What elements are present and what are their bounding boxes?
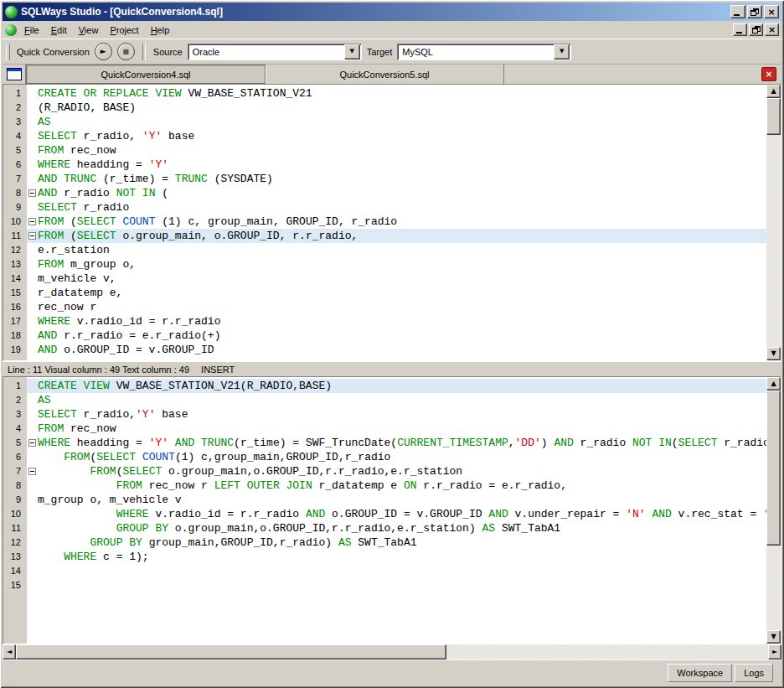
fold-margin bbox=[27, 550, 38, 564]
code-line[interactable]: e.r_station bbox=[27, 243, 766, 257]
code-line[interactable]: AND TRUNC (r_time) = TRUNC (SYSDATE) bbox=[27, 172, 766, 186]
run-conversion-button[interactable]: ► bbox=[95, 43, 112, 60]
code-line[interactable]: r_datatemp e, bbox=[27, 286, 766, 300]
menu-items: FileEditViewProjectHelp bbox=[18, 23, 175, 37]
code-line[interactable]: SELECT r_radio bbox=[27, 200, 766, 215]
code-line[interactable]: SELECT r_radio, 'Y' base bbox=[27, 129, 766, 143]
menu-item-file[interactable]: File bbox=[18, 23, 45, 37]
code-text: WHERE headding = 'Y' bbox=[38, 158, 168, 172]
child-close-button[interactable]: × bbox=[765, 23, 779, 36]
code-line[interactable]: AND r.r_radio = e.r_radio(+) bbox=[27, 328, 766, 343]
code-line[interactable]: SELECT r_radio,'Y' base bbox=[27, 407, 766, 422]
window-list-button[interactable] bbox=[3, 65, 26, 84]
app-icon bbox=[5, 6, 18, 18]
close-button[interactable]: × bbox=[764, 5, 779, 18]
scroll-down-button[interactable]: ▼ bbox=[766, 630, 781, 644]
code-line[interactable]: FROM rec_now r LEFT OUTER JOIN r_datatem… bbox=[27, 478, 766, 493]
scroll-right-button[interactable]: ► bbox=[768, 644, 781, 660]
code-text: CREATE VIEW VW_BASE_STATION_V21(R_RADIO,… bbox=[38, 379, 332, 393]
scroll-left-button[interactable]: ◄ bbox=[3, 644, 16, 660]
target-code-area[interactable]: CREATE VIEW VW_BASE_STATION_V21(R_RADIO,… bbox=[27, 377, 766, 644]
target-dropdown-button[interactable]: ▼ bbox=[554, 44, 570, 59]
source-dropdown-button[interactable]: ▼ bbox=[344, 44, 360, 59]
toolbar-separator bbox=[142, 44, 146, 60]
code-line[interactable]: FROM rec_now bbox=[27, 422, 766, 436]
menu-item-project[interactable]: Project bbox=[104, 23, 144, 37]
code-line[interactable]: FROM (SELECT COUNT (1) c, group_main, GR… bbox=[27, 215, 766, 229]
code-line[interactable]: m_vehicle v, bbox=[27, 272, 766, 286]
scroll-down-button[interactable]: ▼ bbox=[766, 347, 781, 360]
fold-margin bbox=[27, 407, 38, 422]
code-text: FROM(SELECT o.group_main,o.GROUP_ID,r.r_… bbox=[38, 464, 462, 478]
target-combobox[interactable]: MySQL ▼ bbox=[397, 44, 571, 60]
fold-margin bbox=[27, 86, 38, 101]
fold-marker-icon[interactable] bbox=[27, 436, 38, 450]
code-line[interactable]: FROM m_group o, bbox=[27, 257, 766, 272]
chevron-down-icon: ▼ bbox=[560, 49, 564, 54]
code-line[interactable]: AND o.GROUP_ID = v.GROUP_ID bbox=[27, 343, 766, 357]
minimize-button[interactable] bbox=[730, 5, 745, 18]
code-line[interactable]: AS bbox=[27, 115, 766, 129]
code-text: FROM m_group o, bbox=[38, 257, 136, 272]
tab-QuickConversion5.sql[interactable]: QuickConversion5.sql bbox=[266, 65, 504, 84]
menu-item-help[interactable]: Help bbox=[145, 23, 176, 37]
workspace-button[interactable]: Workspace bbox=[668, 664, 732, 682]
code-line[interactable]: CREATE VIEW VW_BASE_STATION_V21(R_RADIO,… bbox=[27, 379, 766, 393]
code-text: m_vehicle v, bbox=[38, 272, 116, 286]
code-line[interactable]: WHERE headding = 'Y' bbox=[27, 158, 766, 172]
title-bar[interactable]: SQLWays Studio - [QuickConversion4.sql] … bbox=[3, 3, 781, 21]
code-text: AND o.GROUP_ID = v.GROUP_ID bbox=[38, 343, 214, 357]
code-line[interactable]: AND r_radio NOT IN ( bbox=[27, 186, 766, 200]
fold-marker-icon[interactable] bbox=[27, 229, 38, 243]
code-line[interactable]: WHERE headding = 'Y' AND TRUNC(r_time) =… bbox=[27, 436, 766, 450]
code-line[interactable]: FROM(SELECT COUNT(1) c,group_main,GROUP_… bbox=[27, 450, 766, 464]
code-line[interactable]: WHERE v.radio_id = r.r_radio AND o.GROUP… bbox=[27, 507, 766, 521]
close-file-button[interactable]: × bbox=[761, 67, 776, 81]
tab-QuickConversion4.sql[interactable]: QuickConversion4.sql bbox=[26, 65, 266, 84]
code-line[interactable]: GROUP BY o.group_main,o.GROUP_ID,r.r_rad… bbox=[27, 521, 766, 535]
code-line[interactable]: WHERE v.radio_id = r.r_radio bbox=[27, 314, 766, 328]
restore-button[interactable] bbox=[747, 5, 762, 18]
toolbar-grip[interactable] bbox=[6, 44, 10, 60]
tab-strip: QuickConversion4.sqlQuickConversion5.sql bbox=[26, 65, 504, 84]
target-vertical-scrollbar[interactable]: ▲ ▼ bbox=[766, 377, 781, 644]
scroll-up-button[interactable]: ▲ bbox=[766, 377, 781, 391]
code-line[interactable] bbox=[27, 564, 766, 578]
child-restore-button[interactable] bbox=[749, 23, 763, 36]
code-text: (R_RADIO, BASE) bbox=[38, 101, 136, 115]
code-line[interactable]: FROM rec_now bbox=[27, 143, 766, 158]
line-number: 9 bbox=[3, 493, 27, 507]
fold-margin bbox=[27, 393, 38, 407]
stop-conversion-button[interactable]: ■ bbox=[117, 43, 135, 60]
code-line[interactable]: WHERE c = 1); bbox=[27, 550, 766, 564]
target-editor: 123456789101112131415 CREATE VIEW VW_BAS… bbox=[3, 376, 781, 644]
code-line[interactable]: AS bbox=[27, 393, 766, 407]
menu-item-edit[interactable]: Edit bbox=[45, 23, 73, 37]
scrollbar-thumb[interactable] bbox=[766, 98, 781, 135]
child-minimize-button[interactable] bbox=[733, 23, 747, 36]
code-line[interactable]: FROM (SELECT o.group_main, o.GROUP_ID, r… bbox=[27, 229, 766, 243]
code-line[interactable]: rec_now r bbox=[27, 300, 766, 314]
code-line[interactable]: GROUP BY group_main,GROUP_ID,r_radio) AS… bbox=[27, 535, 766, 550]
source-code-area[interactable]: CREATE OR REPLACE VIEW VW_BASE_STATION_V… bbox=[27, 85, 766, 360]
code-line[interactable]: m_group o, m_vehicle v bbox=[27, 493, 766, 507]
scrollbar-thumb[interactable] bbox=[16, 644, 446, 660]
menu-item-view[interactable]: View bbox=[73, 23, 105, 37]
horizontal-scrollbar[interactable]: ◄ ► bbox=[3, 644, 781, 660]
code-line[interactable]: CREATE OR REPLACE VIEW VW_BASE_STATION_V… bbox=[27, 86, 766, 101]
scroll-up-button[interactable]: ▲ bbox=[766, 85, 781, 98]
fold-marker-icon[interactable] bbox=[27, 464, 38, 478]
code-line[interactable]: (R_RADIO, BASE) bbox=[27, 101, 766, 115]
source-vertical-scrollbar[interactable]: ▲ ▼ bbox=[766, 85, 781, 360]
scrollbar-thumb[interactable] bbox=[766, 391, 781, 546]
fold-marker-icon[interactable] bbox=[27, 186, 38, 200]
code-text: e.r_station bbox=[38, 243, 110, 257]
code-line[interactable]: FROM(SELECT o.group_main,o.GROUP_ID,r.r_… bbox=[27, 464, 766, 478]
code-line[interactable] bbox=[27, 578, 766, 592]
source-combobox[interactable]: Oracle ▼ bbox=[188, 44, 362, 60]
fold-margin bbox=[27, 328, 38, 343]
line-number: 13 bbox=[3, 257, 27, 272]
fold-marker-icon[interactable] bbox=[27, 215, 38, 229]
logs-button[interactable]: Logs bbox=[735, 664, 773, 682]
restore-icon bbox=[750, 8, 759, 16]
